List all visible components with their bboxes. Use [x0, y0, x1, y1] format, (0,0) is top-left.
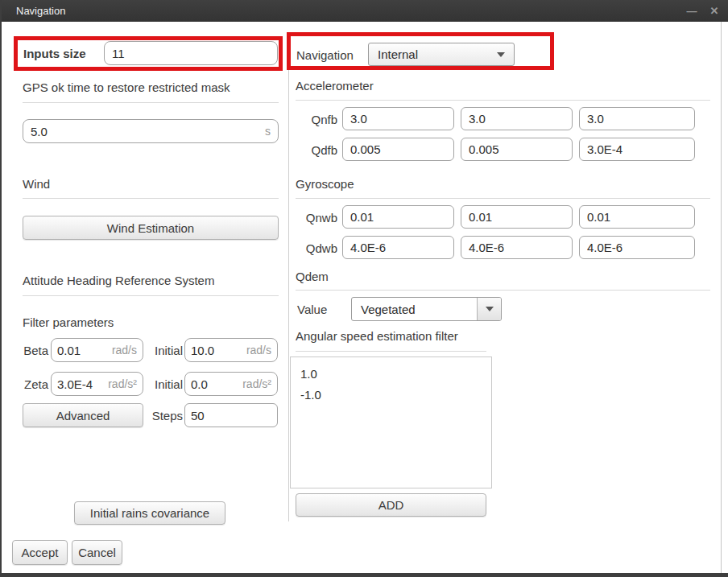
gps-section-header: GPS ok time to restore restricted mask — [23, 80, 230, 94]
beta-input[interactable] — [57, 344, 109, 357]
qdem-dropdown-button[interactable] — [477, 298, 501, 320]
advanced-button[interactable]: Advanced — [23, 403, 143, 427]
angular-filter-list[interactable]: 1.0 -1.0 — [290, 357, 492, 488]
accelerometer-section-header: Accelerometer — [296, 79, 374, 93]
steps-label: Steps — [147, 409, 183, 422]
qnfb-field-3[interactable] — [579, 107, 695, 130]
qdfb-field-1[interactable] — [342, 138, 454, 161]
beta-unit: rad/s — [112, 344, 137, 357]
zeta-initial-unit: rad/s² — [242, 377, 271, 390]
qnfb-input-2[interactable] — [469, 112, 565, 126]
initial-rains-covariance-button[interactable]: Initial rains covariance — [74, 501, 225, 525]
qdfb-label: Qdfb — [296, 143, 337, 157]
chevron-down-icon — [486, 307, 494, 311]
qdfb-field-2[interactable] — [461, 138, 573, 161]
wind-section-header: Wind — [23, 177, 50, 191]
navigation-combobox[interactable]: Internal — [368, 43, 515, 66]
qnfb-input-3[interactable] — [587, 112, 687, 126]
qdem-section-header: Qdem — [296, 270, 329, 283]
beta-initial-field[interactable]: rad/s — [184, 338, 278, 362]
qdfb-field-3[interactable] — [579, 138, 695, 161]
qnfb-input-1[interactable] — [350, 112, 446, 126]
qdwb-input-3[interactable] — [587, 241, 687, 254]
accelerometer-section-rule — [296, 100, 710, 101]
window-right-edge — [721, 22, 722, 573]
qdfb-input-2[interactable] — [469, 142, 565, 156]
cancel-button[interactable]: Cancel — [72, 540, 122, 565]
gps-time-field[interactable]: s — [23, 119, 279, 143]
qdfb-input-3[interactable] — [587, 142, 687, 156]
gps-section-rule — [23, 102, 279, 103]
add-button[interactable]: ADD — [296, 493, 486, 517]
navigation-selected-value: Internal — [378, 47, 418, 61]
zeta-initial-input[interactable] — [191, 377, 239, 391]
zeta-initial-label: Initial — [149, 377, 183, 391]
steps-input[interactable] — [191, 409, 271, 422]
accept-button[interactable]: Accept — [12, 540, 68, 565]
qdem-section-rule — [296, 290, 710, 291]
qnwb-label: Qnwb — [296, 211, 337, 225]
gyroscope-section-header: Gyroscope — [296, 177, 354, 191]
list-item[interactable]: 1.0 — [291, 364, 491, 385]
inputs-size-label: Inputs size — [23, 47, 86, 60]
qnwb-input-3[interactable] — [587, 210, 687, 224]
qnwb-field-3[interactable] — [579, 205, 695, 229]
gps-time-input[interactable] — [31, 125, 262, 138]
gyroscope-section-rule — [296, 198, 710, 199]
qdwb-input-1[interactable] — [350, 241, 446, 254]
navigation-label: Navigation — [296, 48, 354, 62]
steps-field[interactable] — [184, 403, 278, 427]
gps-time-unit: s — [265, 125, 271, 138]
qdfb-input-1[interactable] — [350, 142, 446, 156]
zeta-input[interactable] — [57, 377, 105, 391]
beta-initial-unit: rad/s — [246, 344, 271, 357]
zeta-label: Zeta — [19, 377, 48, 391]
qnfb-label: Qnfb — [296, 113, 337, 126]
zeta-unit: rad/s² — [108, 377, 137, 390]
column-divider — [288, 32, 289, 521]
qdem-value-label: Value — [297, 303, 327, 316]
beta-field[interactable]: rad/s — [51, 338, 143, 362]
chevron-down-icon — [497, 52, 505, 57]
qnfb-field-2[interactable] — [461, 107, 573, 130]
beta-initial-input[interactable] — [191, 344, 243, 357]
wind-estimation-button[interactable]: Wind Estimation — [23, 216, 279, 240]
beta-initial-label: Initial — [149, 344, 183, 357]
title-bar[interactable]: Navigation — ✕ — [0, 0, 728, 22]
wind-section-rule — [23, 198, 279, 199]
qdwb-label: Qdwb — [296, 241, 337, 255]
zeta-initial-field[interactable]: rad/s² — [184, 372, 278, 396]
qdwb-field-2[interactable] — [461, 236, 573, 259]
filter-parameters-label: Filter parameters — [23, 315, 114, 329]
angular-section-header: Angular speed estimation filter — [296, 329, 458, 343]
window-title: Navigation — [16, 5, 65, 17]
zeta-field[interactable]: rad/s² — [51, 372, 143, 396]
close-icon[interactable]: ✕ — [707, 5, 722, 17]
qnwb-field-1[interactable] — [342, 205, 454, 229]
ahrs-section-header: Attitude Heading Reference System — [23, 274, 214, 287]
minimize-icon[interactable]: — — [685, 5, 699, 17]
qnwb-input-1[interactable] — [350, 210, 446, 224]
angular-section-rule — [296, 351, 486, 352]
qdwb-input-2[interactable] — [469, 241, 565, 254]
ahrs-section-rule — [23, 295, 279, 296]
inputs-size-field[interactable] — [104, 41, 278, 65]
qdem-selected-value: Vegetated — [352, 298, 477, 320]
qnwb-input-2[interactable] — [469, 210, 565, 224]
inputs-size-input[interactable] — [112, 47, 270, 60]
qdwb-field-3[interactable] — [579, 236, 695, 259]
navigation-dialog: Navigation — ✕ Inputs size GPS ok time t… — [0, 0, 728, 577]
qnfb-field-1[interactable] — [342, 107, 454, 130]
list-item[interactable]: -1.0 — [291, 385, 491, 406]
qnwb-field-2[interactable] — [461, 205, 573, 229]
qdem-combobox[interactable]: Vegetated — [351, 297, 502, 321]
qdwb-field-1[interactable] — [342, 236, 454, 259]
beta-label: Beta — [19, 344, 48, 357]
